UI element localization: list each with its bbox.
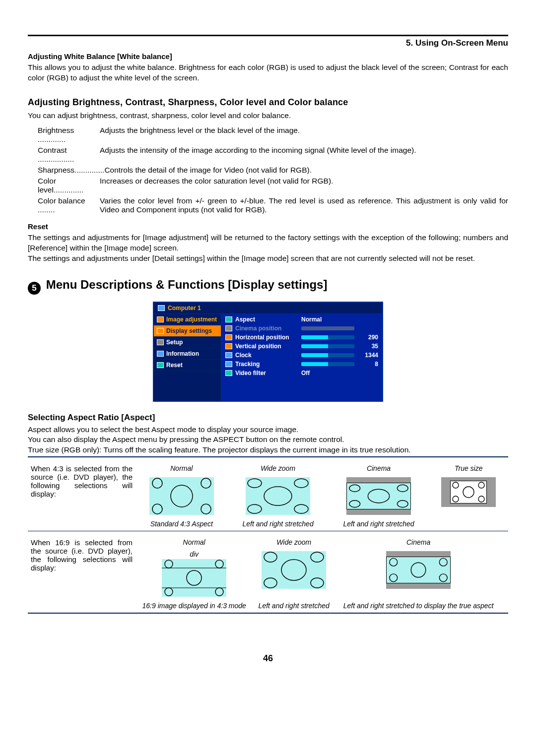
- ellipses-icon: [246, 477, 310, 515]
- svg-point-4: [201, 504, 211, 514]
- svg-point-12: [397, 485, 408, 492]
- svg-point-7: [294, 479, 308, 488]
- screen-normal-43: [149, 477, 214, 515]
- image-icon: [157, 316, 164, 322]
- svg-point-28: [281, 560, 306, 580]
- hdr-empty: [502, 536, 508, 548]
- screen-normal-169: [162, 559, 226, 597]
- chapter-title: 5. Using On-Screen Menu: [28, 38, 508, 48]
- osd-title-text: Computer 1: [168, 305, 201, 312]
- osd-item-setup[interactable]: Setup: [154, 337, 221, 348]
- osd-title-bar: Computer 1: [154, 303, 382, 314]
- page: 5. Using On-Screen Menu Adjusting White …: [0, 0, 536, 684]
- mid-rule: [28, 531, 508, 531]
- table-rule: [28, 456, 508, 457]
- reset-icon: [157, 362, 164, 368]
- svg-point-29: [264, 552, 277, 562]
- osd-row-cinema: Cinema position: [221, 324, 382, 333]
- slider-clock[interactable]: [301, 353, 354, 357]
- osd-item-reset[interactable]: Reset: [154, 360, 221, 371]
- reset-heading: Reset: [28, 222, 508, 231]
- hdr-cinema: Cinema: [329, 462, 429, 474]
- svg-point-3: [152, 504, 162, 514]
- circles-icon: [149, 477, 214, 515]
- svg-point-6: [248, 479, 262, 488]
- circles-icon: [387, 557, 450, 583]
- svg-point-18: [453, 496, 459, 502]
- bullet-5-icon: 5: [28, 282, 41, 295]
- aspect-header-169: When 16:9 is selected from the source (i…: [28, 536, 508, 548]
- aspect-icon: [225, 316, 232, 322]
- page-number: 46: [28, 653, 508, 664]
- aspect-p3: True size (RGB only): Turns off the scal…: [28, 445, 508, 455]
- reset-p1: The settings and adjustments for [Image …: [28, 233, 508, 253]
- aspect-table-169: When 16:9 is selected from the source (i…: [28, 536, 508, 612]
- svg-point-14: [397, 501, 408, 507]
- svg-point-33: [411, 563, 426, 578]
- aspect-heading: Selecting Aspect Ratio [Aspect]: [28, 413, 508, 423]
- svg-point-19: [478, 496, 484, 502]
- vpos-icon: [225, 343, 232, 349]
- svg-point-15: [463, 487, 474, 498]
- adj-heading: Adjusting Brightness, Contrast, Sharpnes…: [28, 97, 508, 108]
- osd-row-tracking[interactable]: Tracking 8: [221, 360, 382, 369]
- top-rule: [28, 35, 508, 36]
- tracking-icon: [225, 361, 232, 367]
- osd-row-hpos[interactable]: Horizontal position 290: [221, 333, 382, 342]
- screen-wide-169: [262, 551, 326, 589]
- screen-true-43: [441, 477, 496, 507]
- cinema-icon: [225, 325, 232, 331]
- sec5-title: Menu Descriptions & Functions [Display s…: [46, 278, 328, 291]
- svg-point-36: [390, 574, 398, 582]
- osd-item-image[interactable]: Image adjustment: [154, 314, 221, 325]
- slider-vpos[interactable]: [301, 344, 354, 348]
- slider-hpos[interactable]: [301, 335, 354, 339]
- row-43-desc: When 4:3 is selected from the source (i.…: [28, 462, 135, 530]
- osd-row-vpos[interactable]: Vertical position 35: [221, 342, 382, 351]
- svg-point-37: [439, 574, 447, 582]
- ellipses-icon: [262, 551, 326, 589]
- circles-icon: [162, 559, 226, 597]
- svg-point-0: [171, 485, 193, 507]
- osd-item-display[interactable]: Display settings: [154, 325, 221, 337]
- slider-tracking[interactable]: [301, 362, 354, 366]
- adj-item: Color balance ........ Varies the color …: [38, 196, 508, 214]
- svg-point-25: [215, 588, 223, 596]
- sec5-heading: 5 Menu Descriptions & Functions [Display…: [28, 278, 508, 295]
- hpos-icon: [225, 334, 232, 340]
- wb-heading: Adjusting White Balance [White balance]: [28, 52, 508, 61]
- svg-point-23: [215, 560, 223, 568]
- osd-item-info[interactable]: Information: [154, 348, 221, 360]
- aspect-header-43: When 4:3 is selected from the source (i.…: [28, 462, 508, 474]
- hdr-wide-169: Wide zoom: [253, 536, 335, 548]
- adj-intro: You can adjust brightness, contrast, sha…: [28, 111, 508, 121]
- osd-window: Computer 1 Image adjustment Display sett…: [153, 302, 383, 402]
- svg-point-34: [390, 559, 398, 567]
- ellipses-icon: [347, 483, 410, 509]
- hdr-normal-169: Normal: [135, 536, 253, 548]
- osd-row-clock[interactable]: Clock 1344: [221, 351, 382, 360]
- computer-icon: [158, 305, 165, 311]
- reset-p2: The settings and adjustments under [Deta…: [28, 253, 508, 264]
- svg-point-5: [264, 487, 292, 505]
- svg-point-16: [453, 482, 459, 488]
- setup-icon: [157, 339, 164, 345]
- display-icon: [157, 328, 164, 334]
- bottom-rule: [28, 613, 508, 614]
- vfilter-icon: [225, 370, 232, 376]
- hdr-truesize: True size: [429, 462, 508, 474]
- svg-point-17: [478, 482, 484, 488]
- svg-point-8: [248, 504, 262, 513]
- hdr-cinema-169: Cinema: [335, 536, 502, 548]
- osd-row-aspect[interactable]: Aspect Normal: [221, 315, 382, 324]
- screen-cinema-169: [386, 551, 451, 589]
- svg-point-9: [294, 504, 308, 513]
- svg-point-13: [349, 501, 360, 507]
- svg-point-35: [439, 559, 447, 567]
- svg-point-24: [165, 588, 173, 596]
- svg-point-32: [311, 578, 324, 588]
- aspect-table: When 4:3 is selected from the source (i.…: [28, 462, 508, 530]
- aspect-p2: You can also display the Aspect menu by …: [28, 435, 508, 445]
- osd-row-vfilter[interactable]: Video filter Off: [221, 369, 382, 378]
- clock-icon: [225, 352, 232, 358]
